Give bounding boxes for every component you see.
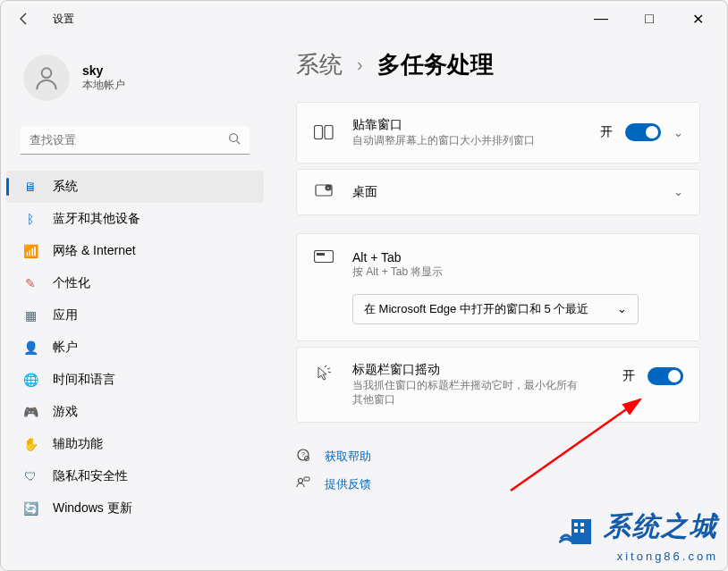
nav-icon: 🛡 bbox=[22, 468, 38, 484]
alttab-card: Alt + Tab 按 Alt + Tab 将显示 在 Microsoft Ed… bbox=[296, 233, 700, 341]
sidebar-item-7[interactable]: 🎮游戏 bbox=[6, 396, 264, 428]
feedback-link[interactable]: 提供反馈 bbox=[296, 470, 700, 498]
close-button[interactable]: ✕ bbox=[677, 4, 718, 33]
chevron-down-icon[interactable]: ⌄ bbox=[673, 126, 683, 139]
sidebar-item-2[interactable]: 📶网络 & Internet bbox=[6, 235, 264, 267]
window-title: 设置 bbox=[53, 12, 74, 27]
chevron-down-icon: ⌄ bbox=[617, 302, 627, 315]
alttab-dropdown[interactable]: 在 Microsoft Edge 中打开的窗口和 5 个最近 ⌄ bbox=[352, 294, 639, 324]
sidebar-item-5[interactable]: 👤帐户 bbox=[6, 332, 264, 364]
snap-windows-card[interactable]: 贴靠窗口 自动调整屏幕上的窗口大小并排列窗口 开 ⌄ bbox=[296, 102, 700, 164]
nav-icon: 📶 bbox=[22, 243, 38, 259]
watermark-text: 系统之城 bbox=[604, 511, 718, 541]
nav-label: 辅助功能 bbox=[53, 436, 103, 452]
chevron-right-icon: › bbox=[357, 55, 363, 75]
snap-desc: 自动调整屏幕上的窗口大小并排列窗口 bbox=[352, 133, 549, 148]
search-box[interactable] bbox=[21, 126, 250, 155]
sidebar-item-3[interactable]: ✎个性化 bbox=[6, 267, 264, 299]
watermark: 系统之城 xitong86.com bbox=[559, 508, 718, 563]
help-link[interactable]: ? 获取帮助 bbox=[296, 442, 700, 470]
nav-label: 时间和语言 bbox=[53, 372, 115, 388]
svg-text:+: + bbox=[327, 185, 330, 190]
avatar bbox=[23, 55, 70, 101]
shake-toggle[interactable] bbox=[648, 367, 683, 385]
titlebar: 设置 — □ ✕ bbox=[1, 1, 727, 37]
profile-section[interactable]: sky 本地帐户 bbox=[1, 37, 269, 119]
nav-label: 游戏 bbox=[53, 404, 78, 420]
nav-label: 个性化 bbox=[53, 275, 90, 291]
shake-desc: 当我抓住窗口的标题栏并摇动它时，最小化所有其他窗口 bbox=[352, 378, 585, 408]
alttab-dropdown-value: 在 Microsoft Edge 中打开的窗口和 5 个最近 bbox=[364, 301, 588, 317]
breadcrumb-parent[interactable]: 系统 bbox=[296, 49, 343, 80]
svg-rect-19 bbox=[574, 529, 578, 533]
profile-type: 本地帐户 bbox=[82, 78, 125, 93]
desktop-title: 桌面 bbox=[352, 184, 656, 200]
alttab-title: Alt + Tab bbox=[352, 250, 683, 265]
snap-toggle[interactable] bbox=[625, 123, 661, 141]
svg-rect-3 bbox=[315, 126, 323, 139]
search-icon bbox=[228, 132, 241, 148]
back-button[interactable] bbox=[10, 4, 38, 33]
shake-title: 标题栏窗口摇动 bbox=[352, 362, 605, 378]
svg-rect-17 bbox=[574, 523, 578, 526]
alttab-desc: 按 Alt + Tab 将显示 bbox=[352, 265, 683, 280]
nav-icon: ▦ bbox=[22, 307, 38, 323]
sidebar-item-4[interactable]: ▦应用 bbox=[6, 299, 264, 332]
feedback-label: 提供反馈 bbox=[325, 476, 371, 492]
shake-toggle-label: 开 bbox=[622, 368, 635, 384]
chevron-down-icon[interactable]: ⌄ bbox=[673, 185, 683, 198]
maximize-button[interactable]: □ bbox=[629, 4, 670, 33]
nav-icon: ᛒ bbox=[22, 211, 38, 227]
help-label: 获取帮助 bbox=[325, 449, 371, 465]
sidebar-item-9[interactable]: 🛡隐私和安全性 bbox=[6, 460, 264, 492]
nav-icon: 🖥 bbox=[22, 179, 38, 195]
nav-label: 帐户 bbox=[53, 340, 78, 356]
minimize-button[interactable]: — bbox=[580, 4, 622, 33]
nav-icon: ✎ bbox=[22, 275, 38, 291]
snap-title: 贴靠窗口 bbox=[352, 117, 582, 133]
main-content: 系统 › 多任务处理 贴靠窗口 自动调整屏幕上的窗口大小并排列窗口 开 ⌄ + … bbox=[269, 37, 727, 516]
sidebar: sky 本地帐户 🖥系统ᛒ蓝牙和其他设备📶网络 & Internet✎个性化▦应… bbox=[1, 37, 269, 525]
sidebar-item-6[interactable]: 🌐时间和语言 bbox=[6, 364, 264, 396]
svg-rect-8 bbox=[315, 250, 334, 262]
svg-point-13 bbox=[299, 479, 303, 483]
nav-icon: 👤 bbox=[22, 340, 38, 356]
snap-icon bbox=[313, 125, 334, 139]
svg-point-0 bbox=[42, 68, 52, 78]
nav-label: 系统 bbox=[53, 179, 78, 195]
sidebar-item-8[interactable]: ✋辅助功能 bbox=[6, 428, 264, 460]
nav-list: 🖥系统ᛒ蓝牙和其他设备📶网络 & Internet✎个性化▦应用👤帐户🌐时间和语… bbox=[1, 171, 269, 525]
svg-rect-9 bbox=[317, 253, 325, 256]
svg-line-2 bbox=[237, 141, 241, 145]
profile-name: sky bbox=[82, 63, 125, 78]
alttab-icon bbox=[313, 250, 334, 263]
snap-toggle-label: 开 bbox=[600, 124, 613, 140]
svg-text:?: ? bbox=[301, 451, 305, 458]
nav-label: 蓝牙和其他设备 bbox=[53, 211, 140, 227]
svg-rect-20 bbox=[580, 529, 584, 533]
nav-label: Windows 更新 bbox=[53, 500, 132, 516]
nav-icon: ✋ bbox=[22, 436, 38, 452]
desktop-icon: + bbox=[313, 184, 334, 200]
desktop-card[interactable]: + 桌面 ⌄ bbox=[296, 169, 700, 215]
svg-point-1 bbox=[230, 134, 238, 142]
nav-label: 应用 bbox=[53, 307, 78, 323]
svg-rect-18 bbox=[580, 523, 584, 526]
search-input[interactable] bbox=[21, 126, 250, 155]
shake-card: 标题栏窗口摇动 当我抓住窗口的标题栏并摇动它时，最小化所有其他窗口 开 bbox=[296, 347, 700, 424]
svg-rect-14 bbox=[304, 477, 309, 481]
footer-links: ? 获取帮助 提供反馈 bbox=[296, 442, 700, 498]
breadcrumb-current: 多任务处理 bbox=[377, 49, 494, 80]
sidebar-item-0[interactable]: 🖥系统 bbox=[6, 171, 264, 203]
watermark-url: xitong86.com bbox=[559, 550, 718, 563]
feedback-icon bbox=[296, 475, 312, 492]
nav-label: 隐私和安全性 bbox=[53, 468, 128, 484]
sidebar-item-1[interactable]: ᛒ蓝牙和其他设备 bbox=[6, 203, 264, 235]
nav-icon: 🎮 bbox=[22, 404, 38, 420]
help-icon: ? bbox=[296, 448, 312, 465]
svg-rect-4 bbox=[325, 126, 333, 139]
nav-label: 网络 & Internet bbox=[53, 243, 136, 259]
nav-icon: 🌐 bbox=[22, 372, 38, 388]
sidebar-item-10[interactable]: 🔄Windows 更新 bbox=[6, 492, 264, 525]
cursor-icon bbox=[313, 362, 334, 382]
